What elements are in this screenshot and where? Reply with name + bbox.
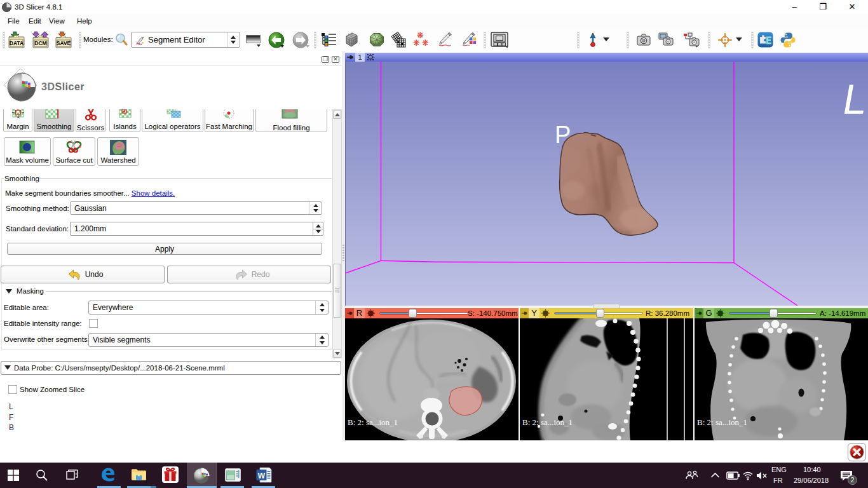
svg-text:B: 2: sa...ion_1: B: 2: sa...ion_1	[697, 417, 747, 427]
svg-text:W: W	[258, 471, 266, 480]
svg-text:DATA: DATA	[10, 40, 24, 46]
svg-text:B: 2: sa...ion_1: B: 2: sa...ion_1	[522, 417, 573, 427]
svg-text:DCM: DCM	[34, 40, 46, 46]
svg-text:SAVE: SAVE	[57, 40, 71, 46]
svg-text:B: 2: sa...ion_1: B: 2: sa...ion_1	[348, 417, 398, 427]
svg-text:L: L	[839, 76, 868, 122]
